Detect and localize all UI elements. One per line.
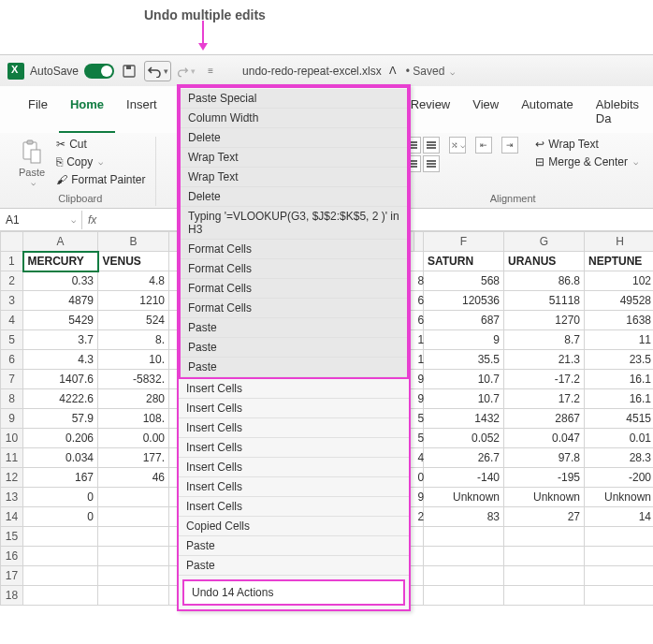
undo-history-item[interactable]: Paste — [179, 556, 409, 576]
cell[interactable]: 11 — [585, 330, 654, 350]
row-head[interactable]: 3 — [1, 291, 23, 311]
cell[interactable]: 10. — [98, 350, 169, 370]
name-box[interactable]: A1⌵ — [0, 211, 82, 229]
cell[interactable]: 4515 — [585, 409, 654, 429]
cell[interactable]: 0.052 — [424, 429, 504, 448]
cell[interactable]: 120536 — [424, 291, 504, 311]
row-head[interactable]: 10 — [1, 429, 23, 448]
cell[interactable]: 28.3 — [585, 448, 654, 468]
cell[interactable]: 27 — [504, 507, 585, 527]
cell[interactable]: 8.7 — [504, 330, 585, 350]
undo-history-item[interactable]: Insert Cells — [179, 477, 409, 497]
cell[interactable] — [424, 527, 504, 547]
cell[interactable] — [23, 566, 98, 586]
cell[interactable]: 0 — [23, 507, 98, 527]
chevron-down-icon[interactable]: ▾ — [164, 66, 168, 76]
undo-history-item[interactable]: Format Cells — [181, 240, 407, 259]
cell[interactable]: 10.7 — [424, 370, 504, 389]
cell[interactable] — [585, 566, 654, 586]
row-head[interactable]: 1 — [1, 252, 23, 271]
cell[interactable]: 102 — [585, 271, 654, 291]
cell[interactable] — [98, 566, 169, 586]
cell[interactable]: 0 — [23, 488, 98, 507]
cell[interactable]: 23.5 — [585, 350, 654, 370]
cell[interactable]: SATURN — [424, 252, 504, 271]
cell[interactable] — [424, 547, 504, 566]
cell[interactable]: -200 — [585, 468, 654, 488]
cell[interactable]: 167 — [23, 468, 98, 488]
row-head[interactable]: 15 — [1, 527, 23, 547]
tab-insert[interactable]: Insert — [115, 92, 168, 133]
wrap-text-button[interactable]: ↩Wrap Text — [533, 137, 640, 152]
cell[interactable]: 9 — [414, 370, 424, 389]
cell[interactable]: 687 — [424, 311, 504, 330]
row-head[interactable]: 2 — [1, 271, 23, 291]
fx-button[interactable]: fx — [82, 213, 102, 227]
undo-summary[interactable]: Undo 14 Actions — [182, 579, 405, 606]
row-head[interactable]: 8 — [1, 389, 23, 409]
tab-automate[interactable]: Automate — [510, 92, 585, 133]
cell[interactable]: 0.01 — [585, 429, 654, 448]
undo-history-item[interactable]: Format Cells — [181, 279, 407, 299]
undo-history-item[interactable]: Paste — [179, 536, 409, 556]
tab-home[interactable]: Home — [59, 92, 115, 133]
cell[interactable]: 5429 — [23, 311, 98, 330]
undo-split-button[interactable]: ▾ — [144, 61, 171, 81]
undo-history-item[interactable]: Paste — [181, 318, 407, 338]
row-head[interactable]: 6 — [1, 350, 23, 370]
cell[interactable]: 108. — [98, 409, 169, 429]
cell[interactable]: 51118 — [504, 291, 585, 311]
undo-history-item[interactable]: Typing '=VLOOKUP(G3, $J$2:$K$5, 2 )' in … — [181, 207, 407, 240]
cell[interactable]: 35.5 — [424, 350, 504, 370]
cut-button[interactable]: ✂Cut — [54, 137, 147, 152]
cell[interactable]: 280 — [98, 389, 169, 409]
col-head[interactable]: A — [23, 232, 98, 252]
undo-history-item[interactable]: Format Cells — [181, 259, 407, 279]
cell[interactable]: -17.2 — [504, 370, 585, 389]
cell[interactable]: 86.8 — [504, 271, 585, 291]
cell[interactable]: 9 — [414, 389, 424, 409]
undo-history-item[interactable]: Column Width — [181, 109, 407, 128]
cell[interactable]: 21.3 — [504, 350, 585, 370]
undo-history-item[interactable]: Insert Cells — [179, 418, 409, 438]
undo-history-item[interactable]: Insert Cells — [179, 458, 409, 477]
increase-indent-button[interactable]: ⇥ — [501, 137, 518, 154]
redo-button[interactable]: ▾ — [177, 62, 196, 80]
qat-customize[interactable]: ≡ — [201, 62, 220, 80]
cell[interactable]: Unknown — [585, 488, 654, 507]
cell[interactable]: 0.33 — [23, 271, 98, 291]
cell[interactable]: 14 — [585, 507, 654, 527]
copy-button[interactable]: ⎘Copy⌵ — [54, 154, 147, 169]
autosave-toggle[interactable] — [84, 64, 114, 79]
save-status[interactable]: • Saved ⌵ — [406, 65, 455, 78]
cell[interactable]: 1 — [414, 350, 424, 370]
row-head[interactable]: 7 — [1, 370, 23, 389]
undo-history-item[interactable]: Paste — [181, 338, 407, 358]
cell[interactable]: URANUS — [504, 252, 585, 271]
cell[interactable] — [504, 566, 585, 586]
tab-file[interactable]: File — [17, 92, 59, 133]
row-head[interactable]: 14 — [1, 507, 23, 527]
cell[interactable]: 1432 — [424, 409, 504, 429]
cell[interactable]: Unknown — [424, 488, 504, 507]
cell[interactable] — [98, 527, 169, 547]
paste-button[interactable]: Paste ⌵ — [13, 137, 51, 189]
cell[interactable] — [424, 566, 504, 586]
cell[interactable] — [414, 566, 424, 586]
cell[interactable] — [504, 547, 585, 566]
col-head[interactable]: B — [98, 232, 169, 252]
col-head[interactable]: F — [424, 232, 504, 252]
cell[interactable]: 6 — [414, 291, 424, 311]
row-head[interactable]: 4 — [1, 311, 23, 330]
row-head[interactable]: 16 — [1, 547, 23, 566]
row-head[interactable]: 12 — [1, 468, 23, 488]
cell[interactable]: 46 — [98, 468, 169, 488]
cell[interactable] — [98, 547, 169, 566]
undo-history-item[interactable]: Copied Cells — [179, 517, 409, 536]
cell[interactable] — [585, 586, 654, 606]
undo-history-item[interactable]: Insert Cells — [179, 497, 409, 517]
merge-center-button[interactable]: ⊟Merge & Center⌵ — [533, 154, 640, 169]
cell[interactable]: 0.047 — [504, 429, 585, 448]
undo-history-menu[interactable]: Paste SpecialColumn WidthDeleteWrap Text… — [177, 84, 411, 606]
cell[interactable]: 4879 — [23, 291, 98, 311]
